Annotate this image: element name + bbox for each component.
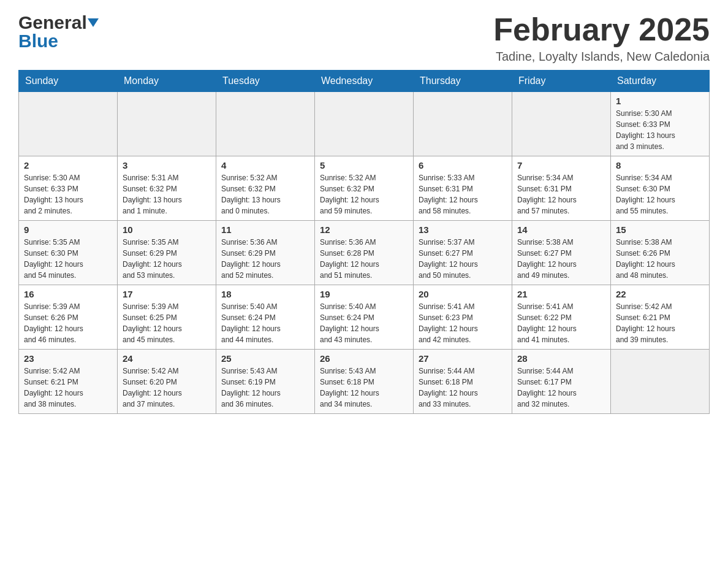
- day-number: 5: [320, 160, 408, 170]
- day-info: Sunrise: 5:44 AMSunset: 6:18 PMDaylight:…: [419, 366, 507, 410]
- calendar-day-header: Monday: [118, 71, 216, 92]
- day-number: 17: [123, 289, 211, 299]
- calendar-cell: 25Sunrise: 5:43 AMSunset: 6:19 PMDayligh…: [216, 350, 315, 414]
- day-info: Sunrise: 5:30 AMSunset: 6:33 PMDaylight:…: [24, 172, 112, 216]
- day-number: 28: [517, 353, 605, 364]
- day-info: Sunrise: 5:39 AMSunset: 6:26 PMDaylight:…: [24, 301, 112, 345]
- calendar-cell: 4Sunrise: 5:32 AMSunset: 6:32 PMDaylight…: [216, 156, 315, 221]
- day-number: 15: [616, 224, 704, 235]
- page-header: General Blue February 2025 Tadine, Loyal…: [18, 12, 710, 64]
- day-number: 16: [24, 289, 112, 299]
- calendar-header-row: SundayMondayTuesdayWednesdayThursdayFrid…: [19, 71, 710, 92]
- day-number: 14: [517, 224, 605, 235]
- calendar-cell: 23Sunrise: 5:42 AMSunset: 6:21 PMDayligh…: [19, 350, 118, 414]
- title-area: February 2025 Tadine, Loyalty Islands, N…: [493, 12, 710, 64]
- day-number: 4: [221, 160, 309, 170]
- calendar-cell: 19Sunrise: 5:40 AMSunset: 6:24 PMDayligh…: [315, 285, 414, 350]
- calendar-cell: [118, 92, 216, 156]
- day-number: 2: [24, 160, 112, 170]
- calendar-cell: [216, 92, 315, 156]
- day-info: Sunrise: 5:33 AMSunset: 6:31 PMDaylight:…: [419, 172, 507, 216]
- day-info: Sunrise: 5:40 AMSunset: 6:24 PMDaylight:…: [221, 301, 309, 345]
- logo-general-text: General: [18, 12, 87, 33]
- day-number: 21: [517, 289, 605, 299]
- calendar-cell: 10Sunrise: 5:35 AMSunset: 6:29 PMDayligh…: [118, 221, 216, 285]
- calendar-cell: 21Sunrise: 5:41 AMSunset: 6:22 PMDayligh…: [512, 285, 611, 350]
- logo: General Blue: [18, 12, 99, 52]
- day-number: 26: [320, 353, 408, 364]
- calendar-cell: 22Sunrise: 5:42 AMSunset: 6:21 PMDayligh…: [611, 285, 710, 350]
- calendar-cell: 17Sunrise: 5:39 AMSunset: 6:25 PMDayligh…: [118, 285, 216, 350]
- calendar-cell: 14Sunrise: 5:38 AMSunset: 6:27 PMDayligh…: [512, 221, 611, 285]
- day-number: 11: [221, 224, 309, 235]
- calendar-cell: [19, 92, 118, 156]
- calendar-day-header: Saturday: [611, 71, 710, 92]
- calendar-week-row: 2Sunrise: 5:30 AMSunset: 6:33 PMDaylight…: [19, 156, 710, 221]
- day-info: Sunrise: 5:40 AMSunset: 6:24 PMDaylight:…: [320, 301, 408, 345]
- day-info: Sunrise: 5:42 AMSunset: 6:20 PMDaylight:…: [123, 366, 211, 410]
- day-info: Sunrise: 5:42 AMSunset: 6:21 PMDaylight:…: [24, 366, 112, 410]
- calendar-cell: 11Sunrise: 5:36 AMSunset: 6:29 PMDayligh…: [216, 221, 315, 285]
- calendar-week-row: 23Sunrise: 5:42 AMSunset: 6:21 PMDayligh…: [19, 350, 710, 414]
- calendar-cell: 2Sunrise: 5:30 AMSunset: 6:33 PMDaylight…: [19, 156, 118, 221]
- day-info: Sunrise: 5:41 AMSunset: 6:23 PMDaylight:…: [419, 301, 507, 345]
- calendar-cell: 27Sunrise: 5:44 AMSunset: 6:18 PMDayligh…: [414, 350, 512, 414]
- day-number: 13: [419, 224, 507, 235]
- location-subtitle: Tadine, Loyalty Islands, New Caledonia: [493, 50, 710, 64]
- day-info: Sunrise: 5:38 AMSunset: 6:26 PMDaylight:…: [616, 237, 704, 281]
- day-number: 19: [320, 289, 408, 299]
- day-info: Sunrise: 5:43 AMSunset: 6:19 PMDaylight:…: [221, 366, 309, 410]
- logo-triangle-icon: [88, 18, 99, 27]
- calendar-cell: 5Sunrise: 5:32 AMSunset: 6:32 PMDaylight…: [315, 156, 414, 221]
- calendar-cell: 1Sunrise: 5:30 AMSunset: 6:33 PMDaylight…: [611, 92, 710, 156]
- calendar-day-header: Tuesday: [216, 71, 315, 92]
- day-info: Sunrise: 5:31 AMSunset: 6:32 PMDaylight:…: [123, 172, 211, 216]
- day-info: Sunrise: 5:37 AMSunset: 6:27 PMDaylight:…: [419, 237, 507, 281]
- calendar-cell: 9Sunrise: 5:35 AMSunset: 6:30 PMDaylight…: [19, 221, 118, 285]
- day-number: 7: [517, 160, 605, 170]
- calendar-cell: [611, 350, 710, 414]
- day-info: Sunrise: 5:30 AMSunset: 6:33 PMDaylight:…: [616, 108, 704, 152]
- calendar-cell: [414, 92, 512, 156]
- day-number: 9: [24, 224, 112, 235]
- day-number: 25: [221, 353, 309, 364]
- calendar-cell: [315, 92, 414, 156]
- calendar-cell: 13Sunrise: 5:37 AMSunset: 6:27 PMDayligh…: [414, 221, 512, 285]
- day-number: 20: [419, 289, 507, 299]
- day-info: Sunrise: 5:35 AMSunset: 6:29 PMDaylight:…: [123, 237, 211, 281]
- day-number: 22: [616, 289, 704, 299]
- day-number: 8: [616, 160, 704, 170]
- day-number: 27: [419, 353, 507, 364]
- calendar-cell: 16Sunrise: 5:39 AMSunset: 6:26 PMDayligh…: [19, 285, 118, 350]
- day-info: Sunrise: 5:36 AMSunset: 6:28 PMDaylight:…: [320, 237, 408, 281]
- day-number: 18: [221, 289, 309, 299]
- day-number: 10: [123, 224, 211, 235]
- calendar-cell: 3Sunrise: 5:31 AMSunset: 6:32 PMDaylight…: [118, 156, 216, 221]
- day-info: Sunrise: 5:34 AMSunset: 6:30 PMDaylight:…: [616, 172, 704, 216]
- calendar-week-row: 16Sunrise: 5:39 AMSunset: 6:26 PMDayligh…: [19, 285, 710, 350]
- day-number: 3: [123, 160, 211, 170]
- day-info: Sunrise: 5:44 AMSunset: 6:17 PMDaylight:…: [517, 366, 605, 410]
- calendar-cell: 8Sunrise: 5:34 AMSunset: 6:30 PMDaylight…: [611, 156, 710, 221]
- calendar-cell: 20Sunrise: 5:41 AMSunset: 6:23 PMDayligh…: [414, 285, 512, 350]
- day-number: 24: [123, 353, 211, 364]
- calendar-week-row: 1Sunrise: 5:30 AMSunset: 6:33 PMDaylight…: [19, 92, 710, 156]
- calendar-cell: 28Sunrise: 5:44 AMSunset: 6:17 PMDayligh…: [512, 350, 611, 414]
- calendar-cell: [512, 92, 611, 156]
- calendar-cell: 15Sunrise: 5:38 AMSunset: 6:26 PMDayligh…: [611, 221, 710, 285]
- month-title: February 2025: [493, 12, 710, 47]
- calendar-day-header: Thursday: [414, 71, 512, 92]
- logo-blue-text: Blue: [18, 31, 58, 52]
- day-info: Sunrise: 5:41 AMSunset: 6:22 PMDaylight:…: [517, 301, 605, 345]
- day-number: 12: [320, 224, 408, 235]
- calendar-day-header: Wednesday: [315, 71, 414, 92]
- day-number: 1: [616, 96, 704, 106]
- calendar-table: SundayMondayTuesdayWednesdayThursdayFrid…: [18, 70, 710, 414]
- calendar-cell: 24Sunrise: 5:42 AMSunset: 6:20 PMDayligh…: [118, 350, 216, 414]
- calendar-cell: 7Sunrise: 5:34 AMSunset: 6:31 PMDaylight…: [512, 156, 611, 221]
- day-info: Sunrise: 5:35 AMSunset: 6:30 PMDaylight:…: [24, 237, 112, 281]
- day-info: Sunrise: 5:34 AMSunset: 6:31 PMDaylight:…: [517, 172, 605, 216]
- day-info: Sunrise: 5:38 AMSunset: 6:27 PMDaylight:…: [517, 237, 605, 281]
- calendar-week-row: 9Sunrise: 5:35 AMSunset: 6:30 PMDaylight…: [19, 221, 710, 285]
- day-number: 23: [24, 353, 112, 364]
